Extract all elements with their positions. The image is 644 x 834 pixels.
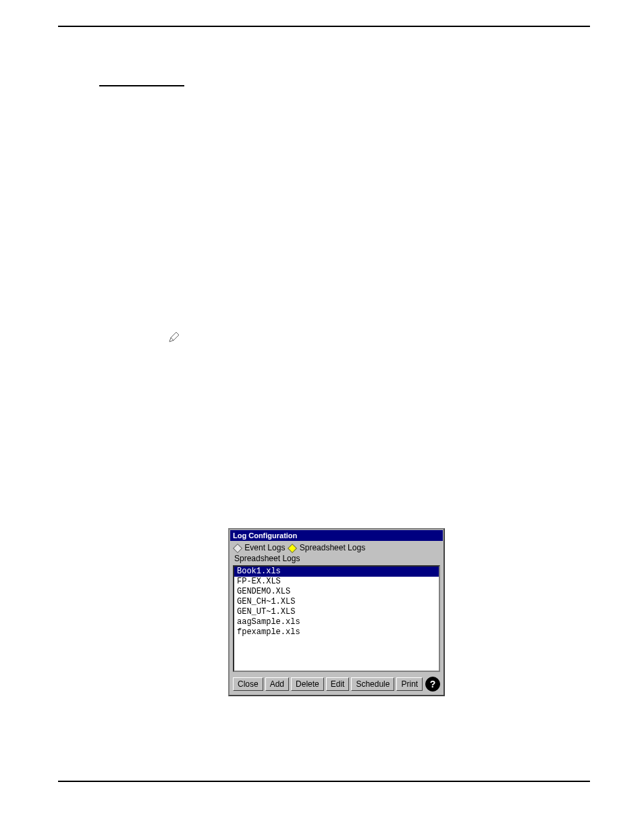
list-item[interactable]: GEN_CH~1.XLS <box>234 597 439 607</box>
help-button[interactable]: ? <box>425 677 440 692</box>
print-button[interactable]: Print <box>396 677 423 691</box>
list-subtitle: Spreadsheet Logs <box>230 554 443 565</box>
close-button[interactable]: Close <box>233 677 263 691</box>
dialog-titlebar: Log Configuration <box>230 530 443 541</box>
spreadsheet-logs-listbox[interactable]: Book1.xls FP-EX.XLS GENDEMO.XLS GEN_CH~1… <box>233 565 440 672</box>
list-item[interactable]: GENDEMO.XLS <box>234 587 439 597</box>
tab-event-logs[interactable]: Event Logs <box>234 543 285 552</box>
tab-spreadsheet-logs[interactable]: Spreadsheet Logs <box>289 543 365 552</box>
list-item[interactable]: Book1.xls <box>234 567 439 577</box>
page-content <box>58 26 590 27</box>
schedule-button[interactable]: Schedule <box>351 677 394 691</box>
button-row: Close Add Delete Edit Schedule Print ? <box>230 675 443 694</box>
edit-button[interactable]: Edit <box>326 677 350 691</box>
diamond-icon <box>233 544 242 553</box>
tab-spreadsheet-logs-label: Spreadsheet Logs <box>300 543 365 552</box>
list-item[interactable]: fpexample.xls <box>234 627 439 637</box>
heading-underline <box>99 85 184 86</box>
top-rule <box>58 26 590 27</box>
help-icon: ? <box>430 677 436 691</box>
list-item[interactable]: FP-EX.XLS <box>234 577 439 587</box>
delete-button[interactable]: Delete <box>291 677 324 691</box>
list-item[interactable]: GEN_UT~1.XLS <box>234 607 439 617</box>
bottom-rule <box>58 781 590 782</box>
add-button[interactable]: Add <box>265 677 289 691</box>
list-item[interactable]: aagSample.xls <box>234 617 439 627</box>
tab-event-logs-label: Event Logs <box>244 543 285 552</box>
dialog-title: Log Configuration <box>233 531 297 540</box>
diamond-icon <box>288 544 297 553</box>
tab-row: Event Logs Spreadsheet Logs <box>230 541 443 554</box>
log-configuration-dialog: Log Configuration Event Logs Spreadsheet… <box>228 528 445 696</box>
pencil-icon <box>168 331 180 343</box>
